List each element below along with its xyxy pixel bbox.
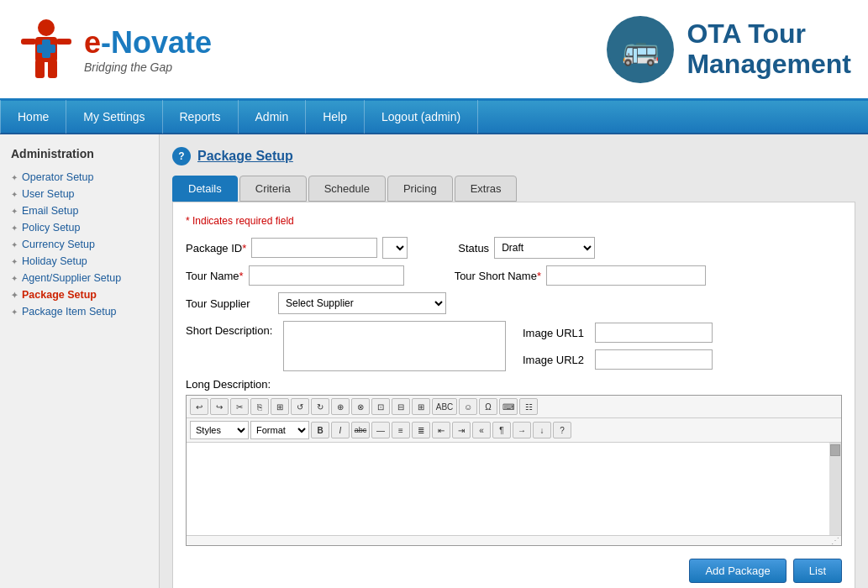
- short-desc-group: Short Description:: [186, 321, 506, 371]
- find-btn[interactable]: ⊕: [331, 398, 350, 415]
- fullscreen-btn[interactable]: ☷: [519, 398, 538, 415]
- sidebar-item-holiday[interactable]: ✦ Holiday Setup: [4, 253, 155, 270]
- replace-btn[interactable]: ⊗: [351, 398, 370, 415]
- sidebar-item-package[interactable]: ✦ Package Setup: [4, 286, 155, 303]
- editor-body-area: [187, 443, 841, 535]
- emoji-btn[interactable]: ☺: [459, 398, 477, 415]
- ol-btn[interactable]: ≣: [412, 422, 430, 438]
- package-id-label: Package ID*: [186, 242, 246, 255]
- form-panel: * Indicates required field Package ID* ▼…: [172, 202, 855, 588]
- status-label: Status: [458, 242, 489, 255]
- status-select[interactable]: Draft Active Inactive: [494, 237, 595, 259]
- svg-point-0: [38, 19, 55, 36]
- nav-settings[interactable]: My Settings: [66, 100, 162, 134]
- package-id-input[interactable]: [251, 238, 377, 258]
- image-url1-input[interactable]: [595, 323, 713, 343]
- undo2-btn[interactable]: ↺: [291, 398, 309, 415]
- hr-btn[interactable]: —: [371, 422, 390, 438]
- image-url1-label: Image URL1: [523, 327, 590, 339]
- tab-pricing[interactable]: Pricing: [387, 176, 453, 202]
- strikethrough-btn[interactable]: abc: [351, 422, 370, 438]
- long-desc-group: Long Description: ↩ ↪ ✂ ⎘ ⊞ ↺ ↻ ⊕ ⊗ ⊡: [186, 378, 842, 546]
- tab-schedule[interactable]: Schedule: [308, 176, 386, 202]
- list-button[interactable]: List: [793, 559, 842, 583]
- para-btn[interactable]: ¶: [492, 422, 511, 438]
- sidebar-item-policy[interactable]: ✦ Policy Setup: [4, 219, 155, 236]
- tab-details[interactable]: Details: [172, 176, 238, 202]
- tab-criteria[interactable]: Criteria: [239, 176, 307, 202]
- ins-btn[interactable]: ⊞: [412, 398, 430, 415]
- nav-logout[interactable]: Logout (admin): [365, 100, 478, 134]
- italic-btn[interactable]: I: [331, 422, 350, 438]
- tour-supplier-label: Tour Supplier: [186, 297, 278, 310]
- tour-name-label: Tour Name*: [186, 270, 244, 282]
- nav-home[interactable]: Home: [0, 100, 66, 134]
- svg-rect-3: [56, 39, 71, 45]
- copy-btn[interactable]: ⎘: [250, 398, 269, 415]
- spell-btn[interactable]: ABC: [432, 398, 457, 415]
- editor-scrollbar[interactable]: [829, 443, 841, 535]
- cut-btn[interactable]: ✂: [230, 398, 249, 415]
- add-package-button[interactable]: Add Package: [689, 559, 786, 583]
- logo-area: e-Novate Bridging the Gap: [17, 16, 212, 83]
- styles-select[interactable]: Styles: [190, 421, 249, 439]
- sidebar-item-agent[interactable]: ✦ Agent/Supplier Setup: [4, 270, 155, 286]
- help-icon: ?: [172, 147, 191, 165]
- paste-btn[interactable]: ⊞: [271, 398, 289, 415]
- header: e-Novate Bridging the Gap 🚌 OTA Tour Man…: [0, 0, 868, 101]
- main-content: ? Package Setup Details Criteria Schedul…: [160, 134, 868, 588]
- help-editor-btn[interactable]: ?: [553, 422, 571, 438]
- short-desc-textarea[interactable]: [283, 321, 506, 371]
- editor-content[interactable]: [187, 443, 829, 535]
- long-desc-label: Long Description:: [186, 378, 842, 391]
- bottom-buttons: Add Package List: [186, 559, 842, 583]
- sidebar: Administration ✦ Operator Setup ✦ User S…: [0, 134, 160, 588]
- package-id-select[interactable]: ▼: [382, 237, 408, 259]
- ul-btn[interactable]: ≡: [392, 422, 410, 438]
- table-btn[interactable]: ⊡: [371, 398, 390, 415]
- nav-reports[interactable]: Reports: [163, 100, 239, 134]
- blockquote-btn[interactable]: «: [472, 422, 491, 438]
- svg-rect-4: [35, 60, 45, 78]
- supplier-select[interactable]: Select Supplier: [278, 292, 446, 314]
- special-btn[interactable]: Ω: [479, 398, 497, 415]
- redo-btn[interactable]: ↪: [210, 398, 229, 415]
- logo-tagline: Bridging the Gap: [84, 60, 212, 74]
- indent-btn[interactable]: ⇥: [452, 422, 471, 438]
- bus-icon: 🚌: [607, 16, 674, 83]
- undo-btn[interactable]: ↩: [190, 398, 208, 415]
- svg-rect-7: [37, 45, 55, 53]
- format-select[interactable]: Format: [250, 421, 309, 439]
- sidebar-item-email[interactable]: ✦ Email Setup: [4, 202, 155, 219]
- outdent-btn[interactable]: ⇤: [432, 422, 450, 438]
- source-btn[interactable]: ⌨: [499, 398, 518, 415]
- sidebar-item-operator[interactable]: ✦ Operator Setup: [4, 169, 155, 186]
- bullet-icon: ✦: [11, 291, 18, 300]
- sidebar-item-user[interactable]: ✦ User Setup: [4, 186, 155, 202]
- tab-extras[interactable]: Extras: [455, 176, 518, 202]
- editor-resize-handle[interactable]: ⋰: [187, 535, 841, 545]
- logo-icon: [17, 16, 76, 83]
- image-btn[interactable]: ↓: [533, 422, 551, 438]
- tour-name-input[interactable]: [249, 265, 404, 286]
- page-title-area: ? Package Setup: [172, 147, 855, 165]
- image-url2-input[interactable]: [595, 349, 713, 370]
- bullet-icon: ✦: [11, 223, 18, 233]
- nav-admin[interactable]: Admin: [239, 100, 307, 134]
- layout: Administration ✦ Operator Setup ✦ User S…: [0, 134, 868, 588]
- svg-rect-5: [48, 60, 57, 78]
- del-btn[interactable]: ⊟: [392, 398, 410, 415]
- tour-short-name-input[interactable]: [546, 265, 706, 286]
- bold-btn[interactable]: B: [311, 422, 329, 438]
- bullet-icon: ✦: [11, 207, 18, 216]
- nav-help[interactable]: Help: [306, 100, 365, 134]
- link-btn[interactable]: →: [513, 422, 531, 438]
- short-desc-label: Short Description:: [186, 321, 278, 337]
- required-note: * Indicates required field: [186, 215, 842, 227]
- scrollbar-thumb[interactable]: [830, 444, 840, 456]
- rich-text-editor: ↩ ↪ ✂ ⎘ ⊞ ↺ ↻ ⊕ ⊗ ⊡ ⊟ ⊞ ABC ☺ Ω: [186, 395, 842, 546]
- ota-title: OTA Tour Management: [687, 19, 851, 78]
- sidebar-item-package-item[interactable]: ✦ Package Item Setup: [4, 303, 155, 320]
- sidebar-item-currency[interactable]: ✦ Currency Setup: [4, 236, 155, 253]
- redo2-btn[interactable]: ↻: [311, 398, 329, 415]
